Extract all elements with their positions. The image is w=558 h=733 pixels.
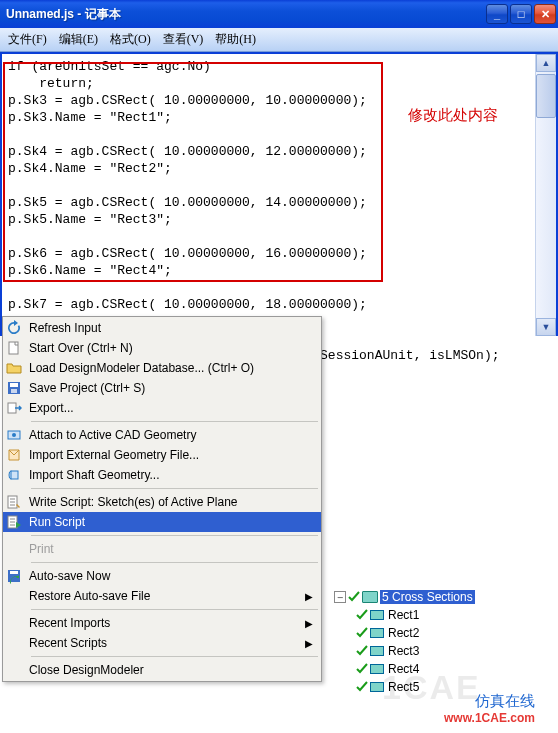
tree-root-label[interactable]: 5 Cross Sections bbox=[380, 590, 475, 604]
svg-rect-12 bbox=[10, 571, 18, 574]
menu-load-database[interactable]: Load DesignModeler Database... (Ctrl+ O) bbox=[3, 358, 321, 378]
tree-item[interactable]: Rect1 bbox=[334, 606, 544, 624]
context-label: Recent Scripts bbox=[29, 636, 107, 650]
menu-bar: 文件(F) 编辑(E) 格式(O) 查看(V) 帮助(H) bbox=[0, 28, 558, 52]
menu-save-project[interactable]: Save Project (Ctrl+ S) bbox=[3, 378, 321, 398]
svg-rect-4 bbox=[8, 403, 16, 413]
tree-item-label: Rect1 bbox=[386, 608, 421, 622]
close-button[interactable]: ✕ bbox=[534, 4, 556, 24]
menu-separator bbox=[31, 609, 318, 610]
menu-run-script[interactable]: Run Script bbox=[3, 512, 321, 532]
open-folder-icon bbox=[6, 360, 22, 376]
write-script-icon bbox=[6, 494, 22, 510]
submenu-arrow-icon: ▶ bbox=[305, 618, 313, 629]
tree-item[interactable]: Rect3 bbox=[334, 642, 544, 660]
svg-rect-2 bbox=[10, 383, 18, 387]
scroll-track[interactable] bbox=[536, 118, 556, 318]
context-label: Write Script: Sketch(es) of Active Plane bbox=[29, 495, 238, 509]
tree-item[interactable]: Rect2 bbox=[334, 624, 544, 642]
context-label: Attach to Active CAD Geometry bbox=[29, 428, 196, 442]
tree-item-label: Rect5 bbox=[386, 680, 421, 694]
context-label: Restore Auto-save File bbox=[29, 589, 150, 603]
attach-icon bbox=[6, 427, 22, 443]
menu-edit[interactable]: 编辑(E) bbox=[55, 30, 102, 49]
submenu-arrow-icon: ▶ bbox=[305, 638, 313, 649]
tree-root[interactable]: − 5 Cross Sections bbox=[334, 588, 544, 606]
context-label: Save Project (Ctrl+ S) bbox=[29, 381, 145, 395]
run-script-icon bbox=[6, 514, 22, 530]
menu-format[interactable]: 格式(O) bbox=[106, 30, 155, 49]
menu-recent-scripts[interactable]: Recent Scripts ▶ bbox=[3, 633, 321, 653]
menu-file[interactable]: 文件(F) bbox=[4, 30, 51, 49]
check-icon bbox=[348, 591, 360, 603]
svg-rect-8 bbox=[11, 471, 18, 479]
maximize-button[interactable]: □ bbox=[510, 4, 532, 24]
context-label: Export... bbox=[29, 401, 74, 415]
menu-attach-cad[interactable]: Attach to Active CAD Geometry bbox=[3, 425, 321, 445]
rect-icon bbox=[370, 682, 384, 692]
minimize-button[interactable]: _ bbox=[486, 4, 508, 24]
menu-import-shaft[interactable]: Import Shaft Geometry... bbox=[3, 465, 321, 485]
export-icon bbox=[6, 400, 22, 416]
vertical-scrollbar[interactable]: ▲ ▼ bbox=[535, 54, 556, 336]
submenu-arrow-icon: ▶ bbox=[305, 591, 313, 602]
check-icon bbox=[356, 663, 368, 675]
svg-rect-0 bbox=[9, 342, 18, 354]
annotation-text: 修改此处内容 bbox=[408, 106, 498, 125]
menu-separator bbox=[31, 488, 318, 489]
context-menu: Refresh Input Start Over (Ctrl+ N) Load … bbox=[2, 316, 322, 682]
menu-separator bbox=[31, 656, 318, 657]
menu-close-designmodeler[interactable]: Close DesignModeler bbox=[3, 660, 321, 680]
menu-autosave-now[interactable]: Auto-save Now bbox=[3, 566, 321, 586]
menu-separator bbox=[31, 562, 318, 563]
menu-print: Print bbox=[3, 539, 321, 559]
rect-icon bbox=[370, 646, 384, 656]
title-bar: Unnamed.js - 记事本 _ □ ✕ bbox=[0, 0, 558, 28]
scroll-down-icon[interactable]: ▼ bbox=[536, 318, 556, 336]
tree-item-label: Rect4 bbox=[386, 662, 421, 676]
menu-start-over[interactable]: Start Over (Ctrl+ N) bbox=[3, 338, 321, 358]
import-geometry-icon bbox=[6, 447, 22, 463]
tree-item-label: Rect3 bbox=[386, 644, 421, 658]
tree-item[interactable]: Rect4 bbox=[334, 660, 544, 678]
context-label: Refresh Input bbox=[29, 321, 101, 335]
watermark-cn: 仿真在线 bbox=[444, 692, 535, 711]
check-icon bbox=[356, 627, 368, 639]
scroll-up-icon[interactable]: ▲ bbox=[536, 54, 556, 72]
check-icon bbox=[356, 609, 368, 621]
menu-separator bbox=[31, 535, 318, 536]
save-icon bbox=[6, 380, 22, 396]
menu-recent-imports[interactable]: Recent Imports ▶ bbox=[3, 613, 321, 633]
refresh-icon bbox=[6, 320, 22, 336]
menu-export[interactable]: Export... bbox=[3, 398, 321, 418]
model-tree: − 5 Cross Sections Rect1 Rect2 Rect3 Rec… bbox=[334, 588, 544, 696]
watermark-url: www.1CAE.com bbox=[444, 711, 535, 725]
context-label: Close DesignModeler bbox=[29, 663, 144, 677]
folder-icon bbox=[362, 591, 378, 603]
rect-icon bbox=[370, 664, 384, 674]
menu-import-external[interactable]: Import External Geometry File... bbox=[3, 445, 321, 465]
context-label: Load DesignModeler Database... (Ctrl+ O) bbox=[29, 361, 254, 375]
tree-item-label: Rect2 bbox=[386, 626, 421, 640]
window-title: Unnamed.js - 记事本 bbox=[6, 6, 486, 23]
import-shaft-icon bbox=[6, 467, 22, 483]
menu-help[interactable]: 帮助(H) bbox=[211, 30, 260, 49]
context-label: Auto-save Now bbox=[29, 569, 110, 583]
rect-icon bbox=[370, 610, 384, 620]
menu-write-script[interactable]: Write Script: Sketch(es) of Active Plane bbox=[3, 492, 321, 512]
scroll-thumb[interactable] bbox=[536, 74, 556, 118]
new-file-icon bbox=[6, 340, 22, 356]
context-label: Start Over (Ctrl+ N) bbox=[29, 341, 133, 355]
check-icon bbox=[356, 681, 368, 693]
menu-restore-autosave[interactable]: Restore Auto-save File ▶ bbox=[3, 586, 321, 606]
context-label: Import Shaft Geometry... bbox=[29, 468, 160, 482]
editor-wrap: if (areUnitsSet == agc.No) return; p.Sk3… bbox=[0, 52, 558, 336]
context-label: Run Script bbox=[29, 515, 85, 529]
watermark-footer: 仿真在线 www.1CAE.com bbox=[444, 692, 535, 725]
code-editor[interactable]: if (areUnitsSet == agc.No) return; p.Sk3… bbox=[2, 54, 535, 336]
collapse-icon[interactable]: − bbox=[334, 591, 346, 603]
menu-refresh-input[interactable]: Refresh Input bbox=[3, 318, 321, 338]
window-buttons: _ □ ✕ bbox=[486, 4, 556, 24]
check-icon bbox=[356, 645, 368, 657]
menu-view[interactable]: 查看(V) bbox=[159, 30, 208, 49]
